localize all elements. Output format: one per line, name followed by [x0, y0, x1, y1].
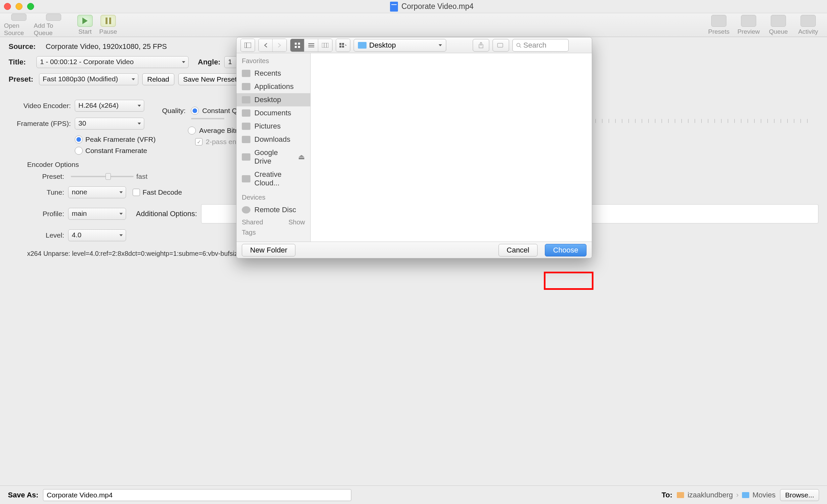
- file-browser-area[interactable]: [310, 53, 592, 241]
- sidebar-item-pictures[interactable]: Pictures: [237, 120, 310, 133]
- forward-button[interactable]: [273, 39, 287, 52]
- devices-section-label: Devices: [237, 193, 310, 203]
- preset-select[interactable]: Fast 1080p30 (Modified): [39, 73, 138, 85]
- icon-view-button[interactable]: [290, 39, 304, 52]
- presets-button[interactable]: Presets: [704, 13, 734, 37]
- preview-button[interactable]: Preview: [734, 13, 764, 37]
- level-select[interactable]: 4.0: [68, 229, 126, 241]
- tags-section-label: Tags: [237, 228, 310, 238]
- sidebar-toggle[interactable]: [241, 39, 255, 52]
- home-icon: [677, 492, 684, 498]
- pause-button[interactable]: Pause: [97, 13, 120, 37]
- sidebar-label: Creative Cloud...: [254, 170, 305, 187]
- group-by-button[interactable]: [336, 39, 350, 52]
- svg-rect-9: [322, 43, 329, 48]
- fps-select[interactable]: 30: [75, 118, 144, 129]
- finder-sidebar: Favorites Recents Applications Desktop D…: [237, 53, 310, 241]
- choose-button[interactable]: Choose: [545, 244, 586, 257]
- title-select[interactable]: 1 - 00:00:12 - Corporate Video: [36, 56, 189, 68]
- video-encoder-select[interactable]: H.264 (x264): [75, 100, 144, 112]
- pause-label: Pause: [99, 28, 117, 35]
- search-input[interactable]: Search: [513, 39, 569, 52]
- additional-options-label: Additional Options:: [136, 210, 197, 218]
- cancel-button[interactable]: Cancel: [498, 244, 538, 257]
- window-title: Corporate Video.mp4: [41, 2, 823, 11]
- shared-show-button[interactable]: Show: [288, 218, 305, 226]
- location-select[interactable]: Desktop: [354, 39, 446, 52]
- view-mode-buttons: [290, 39, 333, 52]
- save-as-label: Save As:: [8, 491, 38, 499]
- close-window-icon[interactable]: [4, 3, 11, 10]
- presets-label: Presets: [708, 28, 729, 35]
- share-button[interactable]: [473, 39, 489, 52]
- tune-select[interactable]: none: [68, 186, 126, 198]
- file-picker-sheet: Desktop Search Favorites Recents Applica…: [236, 37, 592, 259]
- add-to-queue-button[interactable]: Add To Queue: [34, 13, 74, 37]
- svg-rect-4: [295, 46, 297, 48]
- encoder-preset-label: Preset:: [9, 172, 68, 180]
- minimize-window-icon[interactable]: [15, 3, 22, 10]
- reload-button[interactable]: Reload: [142, 73, 174, 85]
- red-highlight-box: [544, 272, 593, 290]
- start-icon: [78, 15, 93, 27]
- main-toolbar: Open Source Add To Queue Start Pause Pre…: [0, 13, 827, 37]
- activity-button[interactable]: Activity: [793, 13, 823, 37]
- disc-icon: [242, 206, 250, 214]
- traffic-lights: [4, 3, 34, 10]
- shared-label: Shared: [242, 218, 263, 226]
- radio-off-icon: [75, 147, 83, 155]
- radio-on-icon[interactable]: [191, 107, 199, 115]
- preview-label: Preview: [737, 28, 760, 35]
- column-view-button[interactable]: [318, 39, 332, 52]
- chevron-right-icon: ›: [736, 491, 738, 499]
- radio-off-icon[interactable]: [188, 126, 196, 134]
- sidebar-item-remote-disc[interactable]: Remote Disc: [237, 203, 310, 217]
- fast-decode-checkbox[interactable]: Fast Decode: [133, 188, 182, 196]
- sidebar-item-applications[interactable]: Applications: [237, 80, 310, 93]
- sidebar-item-desktop[interactable]: Desktop: [237, 93, 310, 106]
- sheet-body: Favorites Recents Applications Desktop D…: [237, 53, 592, 241]
- pictures-icon: [242, 123, 250, 130]
- desktop-icon: [242, 96, 250, 103]
- constant-fps-radio[interactable]: Constant Framerate: [75, 147, 155, 155]
- svg-rect-17: [497, 43, 503, 47]
- sidebar-item-documents[interactable]: Documents: [237, 106, 310, 120]
- back-button[interactable]: [259, 39, 273, 52]
- profile-select[interactable]: main: [68, 208, 126, 220]
- sidebar-item-downloads[interactable]: Downloads: [237, 133, 310, 146]
- open-source-label: Open Source: [4, 22, 34, 37]
- fps-value: 30: [79, 119, 86, 127]
- queue-button[interactable]: Queue: [764, 13, 793, 37]
- shared-section: Shared Show: [237, 217, 310, 228]
- peak-vfr-label: Peak Framerate (VFR): [85, 135, 155, 144]
- window-title-text: Corporate Video.mp4: [401, 2, 473, 11]
- profile-value: main: [72, 210, 87, 217]
- start-button[interactable]: Start: [74, 13, 97, 37]
- sidebar-item-google-drive[interactable]: Google Drive⏏: [237, 146, 310, 168]
- level-value: 4.0: [72, 231, 81, 239]
- preset-label: Preset:: [9, 75, 35, 83]
- level-label: Level:: [9, 231, 68, 239]
- fps-mode-group: Peak Framerate (VFR) Constant Framerate: [75, 135, 155, 155]
- destination-breadcrumb[interactable]: izaaklundberg › Movies: [677, 491, 775, 499]
- svg-rect-15: [342, 46, 344, 48]
- open-source-button[interactable]: Open Source: [4, 13, 34, 37]
- profile-label: Profile:: [9, 210, 68, 218]
- zoom-window-icon[interactable]: [27, 3, 34, 10]
- sidebar-item-creative-cloud[interactable]: Creative Cloud...: [237, 168, 310, 190]
- browse-button[interactable]: Browse...: [780, 489, 819, 501]
- svg-rect-13: [342, 43, 344, 45]
- queue-icon: [771, 15, 786, 27]
- save-as-input[interactable]: [43, 489, 351, 501]
- sidebar-toggle-icon: [241, 39, 255, 52]
- sheet-footer: New Folder Cancel Choose: [237, 241, 592, 258]
- apps-icon: [242, 83, 250, 90]
- peak-vfr-radio[interactable]: Peak Framerate (VFR): [75, 135, 155, 144]
- tags-button[interactable]: [493, 39, 509, 52]
- new-folder-button[interactable]: New Folder: [242, 244, 295, 257]
- eject-icon[interactable]: ⏏: [298, 153, 305, 161]
- encoder-preset-slider[interactable]: [71, 176, 134, 177]
- sidebar-item-recents[interactable]: Recents: [237, 67, 310, 80]
- list-view-button[interactable]: [304, 39, 318, 52]
- sheet-toolbar: Desktop Search: [237, 37, 592, 53]
